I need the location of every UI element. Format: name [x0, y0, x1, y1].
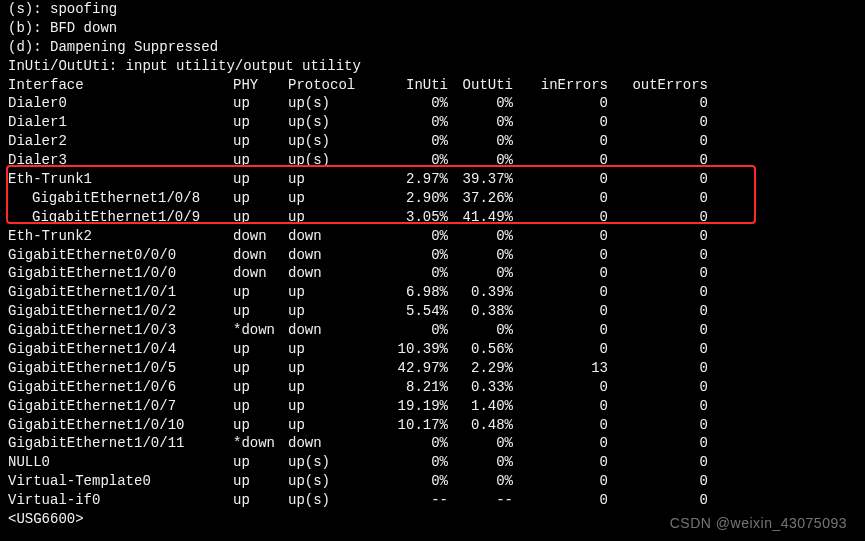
cell-inerrors: 0	[513, 94, 608, 113]
table-row: Virtual-if0upup(s)----00	[8, 491, 857, 510]
watermark: CSDN @weixin_43075093	[670, 514, 847, 533]
cell-interface: GigabitEthernet1/0/9	[8, 208, 209, 227]
cell-oututi: 0.48%	[448, 416, 513, 435]
cell-phy: up	[233, 151, 288, 170]
cell-protocol: up	[288, 170, 383, 189]
cell-oututi: 0%	[448, 453, 513, 472]
cell-inuti: 6.98%	[383, 283, 448, 302]
cell-interface: GigabitEthernet1/0/6	[8, 378, 233, 397]
table-row: Dialer2upup(s)0%0%00	[8, 132, 857, 151]
cell-inerrors: 13	[513, 359, 608, 378]
cell-outerrors: 0	[608, 397, 708, 416]
table-row: NULL0upup(s)0%0%00	[8, 453, 857, 472]
cell-interface: Dialer1	[8, 113, 233, 132]
cell-inerrors: 0	[513, 208, 608, 227]
cell-protocol: up(s)	[288, 113, 383, 132]
cell-inuti: 0%	[383, 246, 448, 265]
cell-phy: up	[233, 397, 288, 416]
cell-protocol: up(s)	[288, 151, 383, 170]
table-row: Dialer1upup(s)0%0%00	[8, 113, 857, 132]
cell-interface: GigabitEthernet1/0/11	[8, 434, 233, 453]
cell-oututi: 1.40%	[448, 397, 513, 416]
legend-util: InUti/OutUti: input utility/output utili…	[8, 57, 857, 76]
cell-interface: GigabitEthernet1/0/5	[8, 359, 233, 378]
cell-inuti: 8.21%	[383, 378, 448, 397]
cell-phy: up	[233, 283, 288, 302]
cell-protocol: up	[288, 378, 383, 397]
cell-interface: GigabitEthernet0/0/0	[8, 246, 233, 265]
cell-interface: GigabitEthernet1/0/0	[8, 264, 233, 283]
cell-oututi: 0%	[448, 472, 513, 491]
cell-phy: up	[233, 340, 288, 359]
cell-inuti: 0%	[383, 453, 448, 472]
cell-inuti: 0%	[383, 94, 448, 113]
cell-interface: GigabitEthernet1/0/8	[8, 189, 209, 208]
cell-inerrors: 0	[513, 246, 608, 265]
cell-protocol: up	[288, 397, 383, 416]
cell-phy: up	[233, 208, 288, 227]
header-phy: PHY	[233, 76, 288, 95]
cell-interface: Virtual-if0	[8, 491, 233, 510]
cell-inerrors: 0	[513, 302, 608, 321]
cell-phy: down	[233, 246, 288, 265]
cell-interface: GigabitEthernet1/0/1	[8, 283, 233, 302]
cell-protocol: down	[288, 227, 383, 246]
cell-outerrors: 0	[608, 359, 708, 378]
cell-inerrors: 0	[513, 170, 608, 189]
cell-inuti: 5.54%	[383, 302, 448, 321]
cell-phy: up	[233, 416, 288, 435]
cell-inuti: 0%	[383, 132, 448, 151]
cell-phy: up	[233, 94, 288, 113]
cell-oututi: 39.37%	[448, 170, 513, 189]
cell-interface: Dialer3	[8, 151, 233, 170]
table-row: GigabitEthernet1/0/11*downdown0%0%00	[8, 434, 857, 453]
cell-interface: NULL0	[8, 453, 233, 472]
cell-outerrors: 0	[608, 283, 708, 302]
table-row: GigabitEthernet1/0/2upup5.54%0.38%00	[8, 302, 857, 321]
table-row: GigabitEthernet1/0/3*downdown0%0%00	[8, 321, 857, 340]
cell-inerrors: 0	[513, 416, 608, 435]
cell-inerrors: 0	[513, 434, 608, 453]
cell-protocol: up	[288, 302, 383, 321]
header-outerrors: outErrors	[608, 76, 708, 95]
cell-outerrors: 0	[608, 453, 708, 472]
cell-phy: *down	[233, 434, 288, 453]
table-row: GigabitEthernet1/0/7upup19.19%1.40%00	[8, 397, 857, 416]
cell-inuti: 0%	[383, 434, 448, 453]
cell-inuti: 10.39%	[383, 340, 448, 359]
cell-interface: GigabitEthernet1/0/10	[8, 416, 233, 435]
cell-protocol: down	[288, 264, 383, 283]
table-row: Dialer0upup(s)0%0%00	[8, 94, 857, 113]
cell-phy: *down	[233, 321, 288, 340]
cell-inerrors: 0	[513, 321, 608, 340]
cell-outerrors: 0	[608, 378, 708, 397]
header-protocol: Protocol	[288, 76, 383, 95]
cell-interface: Eth-Trunk2	[8, 227, 233, 246]
cell-interface: GigabitEthernet1/0/7	[8, 397, 233, 416]
cell-interface: GigabitEthernet1/0/4	[8, 340, 233, 359]
cell-phy: up	[233, 491, 288, 510]
cell-inerrors: 0	[513, 151, 608, 170]
cell-phy: up	[233, 170, 288, 189]
cell-interface: GigabitEthernet1/0/2	[8, 302, 233, 321]
cell-inerrors: 0	[513, 189, 608, 208]
cell-phy: up	[233, 378, 288, 397]
cell-protocol: down	[288, 434, 383, 453]
cell-phy: up	[233, 113, 288, 132]
cell-interface: Eth-Trunk1	[8, 170, 233, 189]
cell-inerrors: 0	[513, 264, 608, 283]
cell-protocol: up(s)	[288, 472, 383, 491]
cell-inuti: 2.97%	[383, 170, 448, 189]
cell-inerrors: 0	[513, 132, 608, 151]
table-row: GigabitEthernet1/0/1upup6.98%0.39%00	[8, 283, 857, 302]
cell-oututi: 2.29%	[448, 359, 513, 378]
cell-protocol: up	[288, 359, 383, 378]
cell-protocol: up	[288, 189, 383, 208]
cell-protocol: up(s)	[288, 453, 383, 472]
cell-protocol: up	[288, 340, 383, 359]
cell-oututi: 0%	[448, 434, 513, 453]
cell-oututi: 0%	[448, 151, 513, 170]
cell-inuti: 0%	[383, 321, 448, 340]
table-header: InterfacePHYProtocolInUtiOutUtiinErrorso…	[8, 76, 857, 95]
cell-inuti: 0%	[383, 151, 448, 170]
